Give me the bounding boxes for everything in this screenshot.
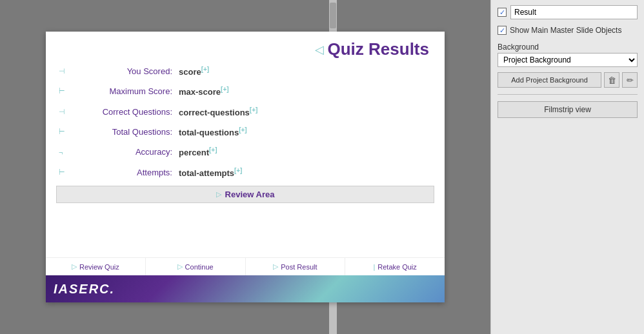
attempts-value: total-attempts[+]: [179, 167, 242, 178]
continue-label: Continue: [185, 263, 214, 271]
correct-questions-icon: ⊣: [59, 108, 72, 116]
score-value: score[+]: [179, 66, 209, 77]
review-quiz-btn[interactable]: ▷ Review Quiz: [46, 258, 146, 275]
attempts-row: ⊢ Attempts: total-attempts[+]: [59, 166, 432, 179]
button-row: ▷ Review Quiz ▷ Continue ▷ Post Result |…: [46, 257, 445, 275]
quiz-results-title: Quiz Results: [328, 39, 429, 59]
score-tag: [+]: [201, 66, 210, 73]
score-row-icon: ⊣: [59, 67, 72, 75]
panel-name-checkbox[interactable]: ✓: [498, 8, 507, 17]
attempts-label: Attempts:: [75, 168, 179, 177]
score-row: ⊣ You Scored: score[+]: [59, 64, 432, 78]
show-master-label: Show Main Master Slide Objects: [510, 26, 621, 35]
correct-questions-label: Correct Questions:: [75, 107, 179, 117]
accuracy-label: Accuracy:: [75, 147, 179, 157]
canvas-area: ◁ Quiz Results ⊣ You Scored: score[+] ⊢ …: [0, 0, 490, 334]
accuracy-value: percent[+]: [179, 146, 217, 157]
post-result-icon: ▷: [273, 262, 278, 271]
total-questions-label: Total Questions:: [75, 127, 179, 137]
attempts-tag: [+]: [234, 167, 243, 174]
post-result-label: Post Result: [281, 263, 317, 271]
edit-icon: ✏: [627, 75, 634, 85]
checkmark-icon: ✓: [499, 8, 505, 17]
add-bg-row: Add Project Background 🗑 ✏: [498, 72, 638, 88]
retake-quiz-icon: |: [373, 263, 375, 271]
continue-btn[interactable]: ▷ Continue: [146, 258, 246, 275]
max-score-tag: [+]: [221, 86, 229, 93]
delete-icon: 🗑: [608, 75, 616, 85]
review-area-icon: ▷: [216, 190, 221, 199]
max-score-value: max-score[+]: [179, 86, 229, 97]
delete-background-button[interactable]: 🗑: [604, 72, 619, 88]
max-score-row: ⊢ Maximum Score: max-score[+]: [59, 84, 432, 98]
background-section-label: Background: [498, 43, 638, 52]
accuracy-tag: [+]: [209, 146, 217, 153]
background-section: Background Project Background: [498, 41, 638, 67]
review-quiz-icon: ▷: [72, 262, 77, 271]
slide-footer: ▷ Review Quiz ▷ Continue ▷ Post Result |…: [46, 257, 445, 302]
edit-background-button[interactable]: ✏: [622, 72, 638, 88]
attempts-icon: ⊢: [59, 168, 72, 177]
correct-questions-tag: [+]: [250, 106, 258, 113]
retake-quiz-label: Retake Quiz: [377, 263, 417, 271]
accuracy-row: ¬ Accuracy: percent[+]: [59, 145, 432, 159]
review-area-bar: ▷ Review Area: [56, 186, 434, 203]
panel-name-input[interactable]: [510, 5, 638, 19]
show-master-checkmark: ✓: [499, 26, 505, 35]
filmstrip-view-button[interactable]: Filmstrip view: [498, 101, 638, 118]
max-score-row-icon: ⊢: [59, 87, 72, 95]
correct-questions-row: ⊣ Correct Questions: correct-questions[+…: [59, 105, 432, 119]
right-panel: ✓ ✓ Show Main Master Slide Objects Backg…: [490, 0, 644, 334]
score-label: You Scored:: [75, 66, 179, 76]
panel-divider: [498, 94, 638, 95]
show-master-checkbox[interactable]: ✓: [498, 26, 507, 35]
max-score-label: Maximum Score:: [75, 86, 179, 96]
slide: ◁ Quiz Results ⊣ You Scored: score[+] ⊢ …: [46, 32, 445, 302]
panel-name-row: ✓: [498, 5, 638, 19]
review-quiz-label: Review Quiz: [79, 263, 119, 271]
review-area-label: Review Area: [225, 190, 275, 199]
add-project-background-button[interactable]: Add Project Background: [498, 72, 601, 88]
total-questions-row: ⊢ Total Questions: total-questions[+]: [59, 125, 432, 139]
correct-questions-value: correct-questions[+]: [179, 106, 257, 117]
background-select[interactable]: Project Background: [498, 53, 638, 67]
post-result-btn[interactable]: ▷ Post Result: [246, 258, 346, 275]
accuracy-icon: ¬: [59, 148, 72, 156]
logo-text: IASERC.: [54, 282, 115, 297]
background-row: Project Background: [498, 53, 638, 67]
retake-quiz-btn[interactable]: | Retake Quiz: [345, 258, 445, 275]
logo-bar: IASERC.: [46, 275, 445, 302]
quiz-results-icon: ◁: [315, 43, 324, 57]
slide-content: ⊣ You Scored: score[+] ⊢ Maximum Score: …: [46, 64, 445, 179]
total-questions-icon: ⊢: [59, 128, 72, 136]
slide-header: ◁ Quiz Results: [46, 32, 445, 64]
show-master-row: ✓ Show Main Master Slide Objects: [498, 26, 638, 35]
scrollbar-thumb[interactable]: [330, 3, 336, 28]
total-questions-value: total-questions[+]: [179, 126, 247, 137]
total-questions-tag: [+]: [239, 126, 247, 133]
continue-icon: ▷: [177, 262, 183, 271]
